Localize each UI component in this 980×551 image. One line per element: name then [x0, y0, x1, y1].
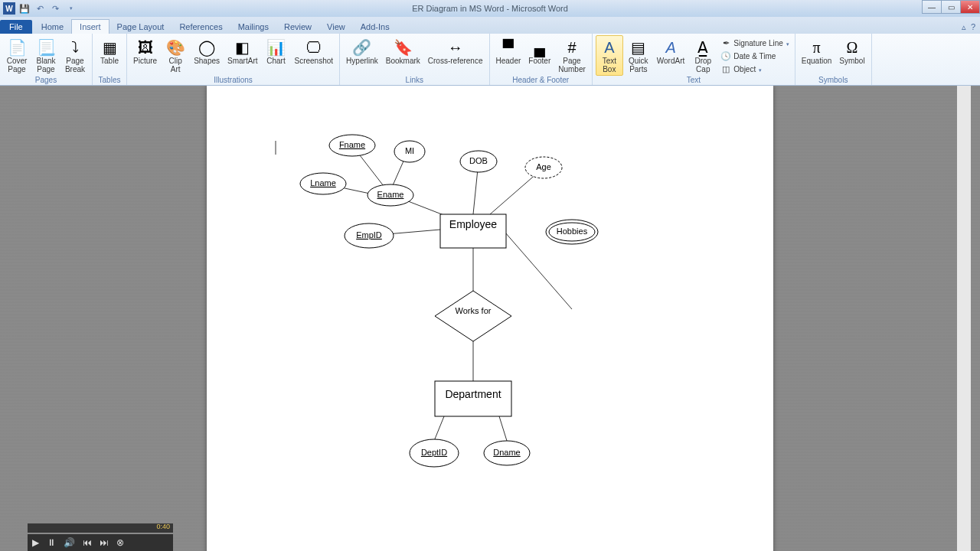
tab-file[interactable]: File	[0, 20, 32, 34]
page[interactable]: Employee Fname MI Lname Ename DOB Age Ho…	[207, 86, 773, 551]
svg-text:EmpID: EmpID	[356, 230, 382, 240]
tab-view[interactable]: View	[319, 20, 353, 34]
svg-text:Lname: Lname	[310, 178, 336, 187]
seek-bar[interactable]: 0:40	[28, 523, 173, 533]
undo-icon[interactable]: ↶	[34, 2, 46, 15]
close-button[interactable]: ✕	[960, 0, 980, 14]
volume-button[interactable]: 🔊	[64, 537, 75, 548]
word-icon: W	[3, 2, 15, 15]
group-text: AText Box ▤Quick Parts AWordArt A̲Drop C…	[593, 34, 795, 85]
object-button[interactable]: ◫Object	[718, 63, 792, 75]
group-symbols: πEquation ΩSymbol Symbols	[795, 34, 872, 85]
maximize-button[interactable]: ▭	[941, 0, 961, 14]
svg-text:Age: Age	[536, 162, 551, 171]
window-title: ER Diagram in MS Word - Microsoft Word	[412, 4, 568, 13]
title-bar: W 💾 ↶ ↷ ER Diagram in MS Word - Microsof…	[0, 0, 980, 17]
group-links: 🔗Hyperlink 🔖Bookmark ↔Cross-reference Li…	[340, 34, 489, 85]
tab-insert[interactable]: Insert	[71, 19, 109, 34]
prev-button[interactable]: ⏮	[83, 537, 92, 548]
dropcap-button[interactable]: A̲Drop Cap	[689, 35, 717, 76]
symbol-button[interactable]: ΩSymbol	[836, 35, 867, 68]
svg-text:DeptID: DeptID	[421, 448, 447, 457]
cover-page-button[interactable]: 📄Cover Page	[3, 35, 31, 76]
tab-references[interactable]: References	[172, 20, 230, 34]
smartart-button[interactable]: ◧SmartArt	[224, 35, 260, 68]
svg-line-11	[499, 416, 507, 441]
tab-review[interactable]: Review	[276, 20, 319, 34]
svg-marker-31	[435, 291, 511, 341]
group-label-tables: Tables	[96, 76, 123, 85]
svg-line-10	[434, 416, 444, 441]
tab-page-layout[interactable]: Page Layout	[109, 20, 172, 34]
vertical-scrollbar[interactable]	[957, 86, 971, 551]
svg-text:Fname: Fname	[339, 140, 365, 149]
svg-text:DOB: DOB	[469, 156, 488, 165]
er-diagram: Employee Fname MI Lname Ename DOB Age Ho…	[207, 86, 773, 551]
hyperlink-button[interactable]: 🔗Hyperlink	[343, 35, 381, 68]
table-button[interactable]: ▦Table	[96, 35, 123, 68]
date-time-button[interactable]: 🕓Date & Time	[718, 50, 792, 62]
group-label-pages: Pages	[3, 76, 89, 85]
tab-mailings[interactable]: Mailings	[230, 20, 276, 34]
pause-button[interactable]: ⏸	[47, 537, 56, 548]
group-label-illustrations: Illustrations	[130, 76, 336, 85]
qat-more-icon[interactable]	[64, 2, 77, 15]
shapes-button[interactable]: ◯Shapes	[191, 35, 223, 68]
group-label-symbols: Symbols	[799, 76, 868, 85]
quickparts-button[interactable]: ▤Quick Parts	[625, 35, 652, 76]
group-label-links: Links	[343, 76, 485, 85]
svg-text:Hobbies: Hobbies	[557, 227, 588, 236]
picture-button[interactable]: 🖼Picture	[130, 35, 160, 68]
blank-page-button[interactable]: 📃Blank Page	[32, 35, 60, 76]
tab-addins[interactable]: Add-Ins	[353, 20, 397, 34]
group-illustrations: 🖼Picture 🎨Clip Art ◯Shapes ◧SmartArt 📊Ch…	[127, 34, 340, 85]
group-pages: 📄Cover Page 📃Blank Page ⤵Page Break Page…	[0, 34, 93, 85]
ribbon-min-icon[interactable]: ▵	[962, 22, 966, 32]
svg-text:Works
for: Works for	[456, 306, 492, 315]
chart-button[interactable]: 📊Chart	[263, 35, 290, 68]
next-button[interactable]: ⏭	[100, 537, 109, 548]
media-controls: 0:40 ▶ ⏸ 🔊 ⏮ ⏭ ⊗	[28, 523, 173, 551]
footer-button[interactable]: ▄Footer	[525, 35, 554, 68]
svg-line-6	[505, 233, 572, 309]
tab-home[interactable]: Home	[34, 20, 71, 34]
svg-text:Employee: Employee	[449, 218, 497, 230]
signature-line-button[interactable]: ✒Signature Line	[718, 37, 792, 49]
screenshot-button[interactable]: 🖵Screenshot	[292, 35, 337, 68]
redo-icon[interactable]: ↷	[49, 2, 61, 15]
textbox-button[interactable]: AText Box	[596, 35, 623, 76]
minimize-button[interactable]: —	[922, 0, 942, 14]
group-tables: ▦Table Tables	[93, 34, 127, 85]
equation-button[interactable]: πEquation	[799, 35, 835, 68]
help-icon[interactable]: ?	[971, 22, 975, 32]
svg-text:Department: Department	[445, 388, 501, 400]
play-button[interactable]: ▶	[32, 537, 39, 548]
header-button[interactable]: ▀Header	[493, 35, 524, 68]
ribbon: 📄Cover Page 📃Blank Page ⤵Page Break Page…	[0, 34, 980, 86]
bookmark-button[interactable]: 🔖Bookmark	[383, 35, 423, 68]
crossref-button[interactable]: ↔Cross-reference	[425, 35, 486, 68]
page-break-button[interactable]: ⤵Page Break	[61, 35, 89, 76]
svg-text:MI: MI	[405, 146, 414, 155]
page-number-button[interactable]: #Page Number	[555, 35, 589, 76]
group-label-hf: Header & Footer	[493, 76, 589, 85]
group-label-text: Text	[596, 76, 792, 85]
wordart-button[interactable]: AWordArt	[654, 35, 688, 68]
svg-text:Dname: Dname	[493, 448, 520, 457]
media-time: 0:40	[156, 523, 170, 530]
stop-button[interactable]: ⊗	[116, 537, 124, 548]
ribbon-tabs: File Home Insert Page Layout References …	[0, 17, 980, 34]
svg-text:Ename: Ename	[377, 190, 404, 199]
clipart-button[interactable]: 🎨Clip Art	[162, 35, 189, 76]
document-area[interactable]: Employee Fname MI Lname Ename DOB Age Ho…	[0, 86, 980, 551]
group-header-footer: ▀Header ▄Footer #Page Number Header & Fo…	[490, 34, 593, 85]
save-icon[interactable]: 💾	[18, 2, 31, 15]
